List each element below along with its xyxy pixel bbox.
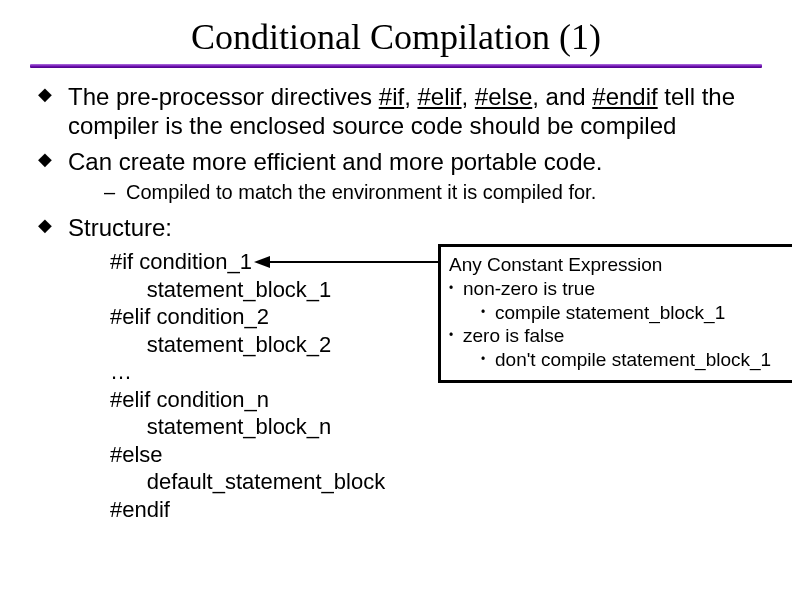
sub-bullet-list: Compiled to match the environment it is … [68, 180, 762, 205]
callout-subitem: compile statement_block_1 [481, 301, 792, 325]
code-line: statement_block_2 [110, 332, 331, 357]
callout-item-zero: zero is false don't compile statement_bl… [449, 324, 792, 372]
text-fragment: , [404, 83, 417, 110]
code-line: #elif condition_n [110, 387, 269, 412]
directive-elif: #elif [417, 83, 461, 110]
code-line: #endif [110, 497, 170, 522]
code-line: statement_block_n [110, 414, 331, 439]
callout-subitem: don't compile statement_block_1 [481, 348, 792, 372]
title-divider [30, 64, 762, 68]
bullet-text: Structure: [68, 214, 172, 241]
callout-item-nonzero: non-zero is true compile statement_block… [449, 277, 792, 325]
sub-bullet-item: Compiled to match the environment it is … [102, 180, 762, 205]
svg-marker-1 [254, 256, 270, 268]
code-line: … [110, 359, 132, 384]
bullet-item-2: Can create more efficient and more porta… [36, 147, 762, 205]
callout-sublist: don't compile statement_block_1 [481, 348, 792, 372]
bullet-text: Can create more efficient and more porta… [68, 148, 603, 175]
bullet-list: The pre-processor directives #if, #elif,… [30, 82, 762, 242]
directive-else: #else [475, 83, 532, 110]
callout-box: Any Constant Expression non-zero is true… [438, 244, 792, 383]
text-fragment: , [462, 83, 475, 110]
bullet-item-3: Structure: [36, 213, 762, 242]
slide: Conditional Compilation (1) The pre-proc… [0, 0, 792, 612]
callout-text: compile statement_block_1 [495, 302, 725, 323]
code-line: #else [110, 442, 163, 467]
text-fragment: , and [532, 83, 592, 110]
text-fragment: The pre-processor directives [68, 83, 379, 110]
directive-endif: #endif [592, 83, 657, 110]
code-line: statement_block_1 [110, 277, 331, 302]
callout-text: don't compile statement_block_1 [495, 349, 771, 370]
code-line: #elif condition_2 [110, 304, 269, 329]
code-area: #if condition_1 statement_block_1 #elif … [110, 248, 762, 523]
code-line: #if condition_1 [110, 249, 252, 274]
sub-bullet-text: Compiled to match the environment it is … [126, 181, 596, 203]
callout-list: non-zero is true compile statement_block… [449, 277, 792, 372]
arrow-icon [254, 252, 440, 272]
code-line: default_statement_block [110, 469, 385, 494]
callout-text: non-zero is true [463, 278, 595, 299]
slide-title: Conditional Compilation (1) [30, 16, 762, 58]
callout-text: zero is false [463, 325, 564, 346]
callout-sublist: compile statement_block_1 [481, 301, 792, 325]
directive-if: #if [379, 83, 404, 110]
bullet-item-1: The pre-processor directives #if, #elif,… [36, 82, 762, 141]
callout-title: Any Constant Expression [449, 253, 792, 277]
